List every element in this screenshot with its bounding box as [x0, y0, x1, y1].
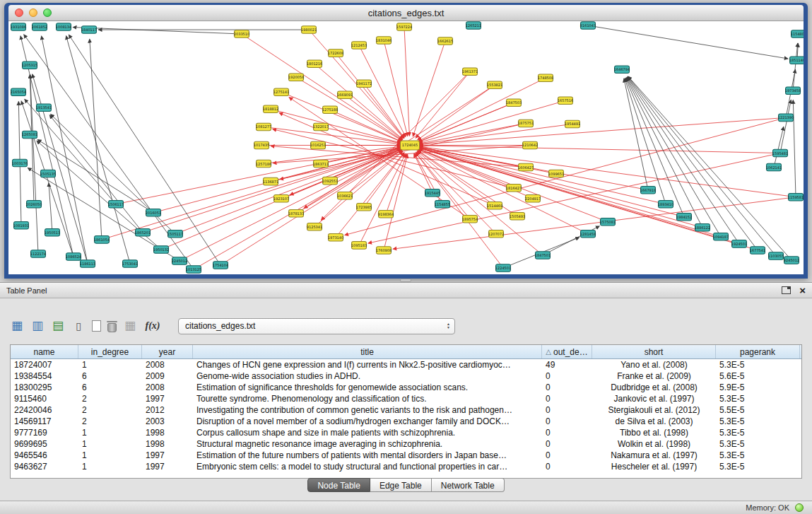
graph-node[interactable]: 1980021: [301, 26, 317, 34]
graph-edge-red[interactable]: [296, 150, 402, 214]
table-row[interactable]: 1830029562008Estimation of significance …: [11, 382, 801, 393]
graph-node[interactable]: 1062141: [766, 163, 782, 171]
graph-edge-red[interactable]: [419, 100, 566, 143]
graph-edge-red[interactable]: [419, 124, 572, 144]
graph-node[interactable]: 1186113: [80, 260, 95, 268]
graph-node[interactable]: 1754104: [213, 262, 228, 269]
graph-node[interactable]: 1861054: [94, 236, 110, 244]
table-row[interactable]: 946362711997Embryonic stem cells: a mode…: [11, 461, 801, 472]
graph-edge-black[interactable]: [30, 74, 38, 254]
delete-column-icon[interactable]: [107, 323, 117, 332]
graph-node[interactable]: 9125341: [307, 223, 322, 231]
graph-node[interactable]: 1801216: [307, 60, 322, 68]
graph-node[interactable]: 1840117: [81, 26, 97, 34]
graph-edge-red[interactable]: [384, 154, 408, 250]
graph-node[interactable]: 8161043: [580, 22, 596, 30]
graph-node[interactable]: 1667918: [640, 186, 656, 194]
graph-node[interactable]: 1847501: [535, 252, 551, 259]
graph-node[interactable]: 1886122: [695, 224, 710, 232]
graph-node[interactable]: 1920058: [288, 74, 304, 81]
graph-node[interactable]: 1008134: [56, 23, 71, 31]
graph-edge-black[interactable]: [793, 100, 796, 197]
graph-node[interactable]: 1893410: [658, 200, 673, 208]
graph-node[interactable]: 2245012: [172, 257, 187, 265]
graph-node[interactable]: 1924501: [731, 240, 747, 248]
graph-node[interactable]: 1865201: [135, 229, 151, 237]
tab-node-table[interactable]: Node Table: [307, 478, 370, 492]
graph-edge-black[interactable]: [625, 78, 684, 217]
graph-node[interactable]: 2026050: [26, 200, 42, 208]
graph-node[interactable]: 1506117: [108, 200, 124, 208]
graph-node[interactable]: 1505493: [510, 213, 525, 221]
graph-node[interactable]: 1221390: [778, 114, 794, 122]
graph-node[interactable]: 1677541: [750, 247, 765, 255]
function-builder-icon[interactable]: f(x): [143, 319, 162, 333]
graph-node[interactable]: 1207072: [488, 230, 504, 238]
graph-node[interactable]: 1099651: [548, 170, 564, 177]
graph-node[interactable]: 1657516: [558, 97, 573, 105]
new-column-icon[interactable]: [92, 320, 101, 332]
column-header-title[interactable]: title: [193, 345, 542, 358]
graph-node[interactable]: 1950513: [45, 229, 60, 237]
edit-table-icon[interactable]: ▤: [51, 319, 65, 333]
graph-edge-red[interactable]: [419, 148, 684, 217]
graph-node[interactable]: 1662615: [437, 37, 453, 45]
graph-edge-black[interactable]: [66, 36, 131, 264]
tab-network-table[interactable]: Network Table: [432, 478, 505, 492]
show-columns-icon[interactable]: ▥: [30, 319, 45, 333]
graph-edge-red[interactable]: [116, 147, 401, 204]
graph-node[interactable]: 1322017: [313, 123, 329, 131]
graph-edge-black[interactable]: [780, 100, 791, 153]
graph-edge-red[interactable]: [175, 148, 401, 234]
graph-node[interactable]: 1851140: [789, 57, 804, 64]
graph-node[interactable]: 1875751: [518, 119, 534, 127]
graph-node[interactable]: 9245012: [784, 257, 799, 264]
close-window-button[interactable]: [15, 8, 23, 17]
graph-node[interactable]: 1122174: [30, 250, 46, 258]
minimize-window-button[interactable]: [29, 8, 37, 17]
graph-node[interactable]: 1646794: [614, 66, 630, 74]
graph-node[interactable]: 1159581: [788, 193, 804, 201]
graph-node[interactable]: 1818812: [263, 105, 278, 113]
citation-network-graph[interactable]: 1724045183104612124531722608180121619200…: [8, 21, 804, 274]
graph-edge-red[interactable]: [296, 77, 402, 141]
graph-node[interactable]: 1553821: [487, 81, 502, 89]
graph-node[interactable]: 1895754: [462, 216, 478, 223]
graph-node[interactable]: 1950132: [153, 246, 169, 254]
graph-node[interactable]: 1210642: [522, 141, 538, 149]
graph-edge-black[interactable]: [625, 78, 666, 204]
graph-node[interactable]: 1086524: [66, 253, 81, 261]
graph-node[interactable]: 1941172: [356, 80, 372, 88]
graph-edge-red[interactable]: [419, 146, 796, 197]
graph-node[interactable]: 1016251: [310, 141, 326, 149]
graph-node[interactable]: 1931086: [11, 23, 26, 31]
graph-edge-black[interactable]: [588, 25, 788, 59]
graph-node[interactable]: 1831046: [376, 37, 392, 45]
graph-node[interactable]: 1669091: [337, 91, 353, 99]
table-selector-dropdown[interactable]: citations_edges.txt ▲▼: [178, 318, 455, 334]
graph-node[interactable]: 2061852: [32, 23, 47, 31]
graph-node[interactable]: 1212453: [351, 42, 367, 49]
graph-node[interactable]: 1923107: [273, 194, 289, 202]
close-panel-icon[interactable]: ×: [799, 286, 806, 296]
table-mode-icon[interactable]: ▦: [10, 319, 24, 333]
graph-node[interactable]: 1081931: [13, 222, 29, 230]
graph-node[interactable]: 1154808: [791, 30, 804, 38]
graph-node[interactable]: 1913541: [36, 104, 52, 112]
column-header-short[interactable]: short: [592, 345, 716, 358]
graph-node[interactable]: 1606427: [518, 163, 534, 171]
column-header-out_degree[interactable]: △out_de…: [542, 345, 592, 358]
graph-edge-red[interactable]: [345, 95, 403, 139]
graph-node[interactable]: 1094187: [713, 233, 729, 241]
table-row[interactable]: 1456911722003Disruption of a novel membe…: [11, 416, 801, 427]
graph-node[interactable]: 1036621: [337, 192, 353, 199]
graph-node[interactable]: 1281458: [580, 230, 596, 238]
column-header-in_degree[interactable]: in_degree: [78, 345, 142, 358]
graph-node[interactable]: 1257186: [256, 160, 271, 168]
graph-node[interactable]: 1748508: [538, 74, 553, 82]
graph-edge-red[interactable]: [404, 27, 409, 136]
import-table-icon[interactable]: ▦: [123, 319, 137, 333]
graph-edge-red[interactable]: [419, 117, 786, 144]
graph-node[interactable]: 1760908: [376, 247, 392, 255]
graph-edge-black[interactable]: [30, 74, 34, 204]
